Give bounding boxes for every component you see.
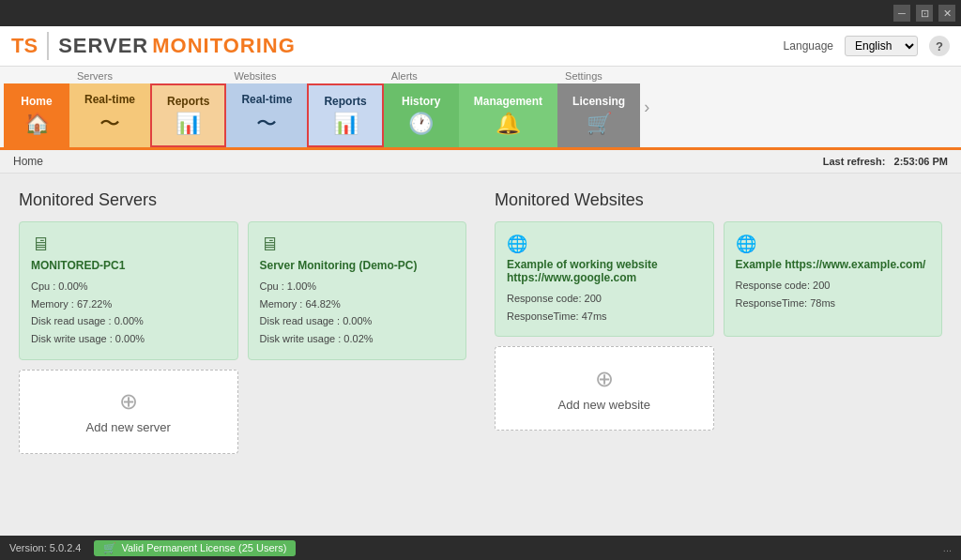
website-card-1[interactable]: 🌐 Example https://www.example.com/ Respo… <box>724 221 943 337</box>
logo: TS SERVERMONITORING <box>11 32 296 60</box>
language-label: Language <box>784 39 833 53</box>
add-website-label: Add new website <box>558 398 650 412</box>
websites-cards-grid: 🌐 Example of working website https://www… <box>495 221 942 431</box>
nav-group-websites: Websites Real-time 〜 Reports 📊 <box>226 67 383 147</box>
website-name-0: Example of working website https://www.g… <box>507 258 702 284</box>
website-card-0[interactable]: 🌐 Example of working website https://www… <box>495 221 714 337</box>
title-bar: ─ ⊡ ✕ <box>0 0 961 26</box>
globe-icon-0: 🌐 <box>507 234 702 254</box>
nav-servers-rep-label: Reports <box>167 95 209 108</box>
history-icon: 🕐 <box>408 112 434 136</box>
version-text: Version: 5.0.2.4 <box>9 542 81 553</box>
nav-bar: Home 🏠 Servers Real-time 〜 Reports 📊 Web… <box>0 67 961 150</box>
main-content: Monitored Servers 🖥 MONITORED-PC1 Cpu : … <box>0 174 961 536</box>
nav-item-servers-reports[interactable]: Reports 📊 <box>150 83 226 147</box>
websites-section-title: Monitored Websites <box>495 190 942 210</box>
nav-item-home[interactable]: Home 🏠 <box>4 83 69 147</box>
logo-divider <box>47 32 49 60</box>
server-stats-0: Cpu : 0.00% Memory : 67.22% Disk read us… <box>31 278 226 348</box>
server-icon-0: 🖥 <box>31 234 226 255</box>
logo-ts: TS <box>11 34 38 58</box>
last-refresh-time: 2:53:06 PM <box>894 156 948 167</box>
nav-home-label: Home <box>21 95 52 108</box>
nav-websites-rep-label: Reports <box>324 95 366 108</box>
nav-alerts-items: History 🕐 Management 🔔 <box>384 83 557 147</box>
help-button[interactable]: ? <box>929 36 950 56</box>
servers-rep-icon: 📊 <box>175 112 201 136</box>
nav-alerts-hist-label: History <box>402 95 440 108</box>
servers-section-title: Monitored Servers <box>19 190 466 210</box>
nav-item-websites-reports[interactable]: Reports 📊 <box>307 83 383 147</box>
nav-group-settings: Settings Licensing 🛒 <box>557 67 640 147</box>
nav-item-servers-realtime[interactable]: Real-time 〜 <box>69 83 150 147</box>
add-website-icon: ⊕ <box>595 366 614 392</box>
nav-item-licensing[interactable]: Licensing 🛒 <box>557 83 640 147</box>
servers-rt-icon: 〜 <box>99 110 120 138</box>
breadcrumb: Home <box>13 155 43 168</box>
servers-cards-grid: 🖥 MONITORED-PC1 Cpu : 0.00% Memory : 67.… <box>19 221 466 454</box>
server-name-0: MONITORED-PC1 <box>31 259 226 272</box>
add-server-label: Add new server <box>86 420 171 434</box>
nav-item-alerts-history[interactable]: History 🕐 <box>384 83 459 147</box>
language-select[interactable]: English French Spanish German <box>845 36 918 56</box>
logo-monitoring: MONITORING <box>152 34 296 58</box>
server-card-1[interactable]: 🖥 Server Monitoring (Demo-PC) Cpu : 1.00… <box>248 221 467 360</box>
nav-group-servers: Servers Real-time 〜 Reports 📊 <box>69 67 226 147</box>
add-website-card[interactable]: ⊕ Add new website <box>495 346 714 431</box>
close-button[interactable]: ✕ <box>938 5 955 22</box>
minimize-button[interactable]: ─ <box>893 5 910 22</box>
restore-button[interactable]: ⊡ <box>916 5 933 22</box>
server-name-1: Server Monitoring (Demo-PC) <box>260 259 455 272</box>
home-icon: 🏠 <box>24 112 50 136</box>
nav-websites-rt-label: Real-time <box>241 93 292 106</box>
license-badge: 🛒 Valid Permanent License (25 Users) <box>94 540 296 556</box>
server-card-0[interactable]: 🖥 MONITORED-PC1 Cpu : 0.00% Memory : 67.… <box>19 221 238 360</box>
website-stats-0: Response code: 200 ResponseTime: 47ms <box>507 290 702 325</box>
logo-server: SERVER <box>58 34 148 58</box>
nav-group-alerts: Alerts History 🕐 Management 🔔 <box>384 67 557 147</box>
nav-servers-rt-label: Real-time <box>84 93 135 106</box>
last-refresh-label: Last refresh: <box>823 156 886 167</box>
websites-section: Monitored Websites 🌐 Example of working … <box>495 190 942 519</box>
nav-group-settings-label: Settings <box>557 67 640 83</box>
nav-chevron[interactable]: › <box>640 98 653 117</box>
last-refresh: Last refresh: 2:53:06 PM <box>823 156 948 167</box>
nav-servers-items: Real-time 〜 Reports 📊 <box>69 83 226 147</box>
websites-rep-icon: 📊 <box>333 112 358 136</box>
server-icon-1: 🖥 <box>260 234 455 255</box>
nav-group-websites-label: Websites <box>226 67 383 83</box>
license-text: Valid Permanent License (25 Users) <box>121 542 286 553</box>
status-dots: ... <box>943 542 952 553</box>
status-bar: Version: 5.0.2.4 🛒 Valid Permanent Licen… <box>0 536 961 560</box>
add-server-icon: ⊕ <box>119 388 138 415</box>
nav-group-servers-label: Servers <box>69 67 226 83</box>
servers-section: Monitored Servers 🖥 MONITORED-PC1 Cpu : … <box>19 190 466 519</box>
nav-group-alerts-label: Alerts <box>384 67 557 83</box>
globe-icon-1: 🌐 <box>736 234 931 254</box>
nav-item-alerts-management[interactable]: Management 🔔 <box>459 83 557 147</box>
header: TS SERVERMONITORING Language English Fre… <box>0 26 961 67</box>
nav-websites-items: Real-time 〜 Reports 📊 <box>226 83 383 147</box>
website-stats-1: Response code: 200 ResponseTime: 78ms <box>736 277 931 311</box>
nav-alerts-mgmt-label: Management <box>474 95 542 108</box>
nav-settings-lic-label: Licensing <box>572 95 625 108</box>
license-icon: 🛒 <box>103 542 116 554</box>
add-server-card[interactable]: ⊕ Add new server <box>19 370 238 454</box>
server-stats-1: Cpu : 1.00% Memory : 64.82% Disk read us… <box>260 278 455 348</box>
nav-settings-items: Licensing 🛒 <box>557 83 640 147</box>
breadcrumb-bar: Home Last refresh: 2:53:06 PM <box>0 150 961 174</box>
website-name-1: Example https://www.example.com/ <box>736 258 931 271</box>
websites-rt-icon: 〜 <box>256 110 277 138</box>
licensing-icon: 🛒 <box>587 112 612 136</box>
management-icon: 🔔 <box>496 112 521 136</box>
nav-item-websites-realtime[interactable]: Real-time 〜 <box>226 83 307 147</box>
